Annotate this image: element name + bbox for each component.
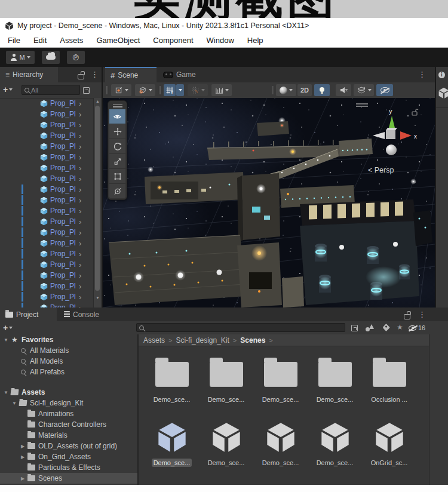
chevron-right-icon[interactable]: › (79, 229, 81, 236)
asset-folder-item[interactable]: Demo_sce... (145, 356, 199, 404)
hierarchy-row[interactable]: Prop_Pl› (0, 119, 102, 130)
menu-edit[interactable]: Edit (27, 36, 53, 45)
project-tree-item-scenes[interactable]: ▶Scenes (0, 473, 137, 484)
favorites-star-icon[interactable]: ★ (397, 324, 403, 331)
project-tree-item-on-grid-assets[interactable]: ▶On_Grid_Assets (0, 451, 137, 462)
scale-tool-button[interactable] (109, 154, 125, 169)
tab-project[interactable]: Project (0, 308, 57, 321)
chevron-right-icon[interactable]: › (79, 282, 81, 290)
tab-scene[interactable]: # Scene (105, 67, 157, 82)
scene-visibility-button[interactable] (376, 84, 393, 96)
project-tree-item-assets[interactable]: ▼Assets (0, 387, 137, 398)
tab-game[interactable]: Game (158, 67, 208, 82)
audio-mute-button[interactable] (336, 84, 351, 96)
asset-folder-item[interactable]: Occlusion ... (362, 356, 416, 404)
menu-help[interactable]: Help (241, 36, 270, 45)
tab-console[interactable]: Console (59, 308, 112, 321)
breadcrumb-scenes[interactable]: Scenes (240, 336, 265, 345)
gizmo-x-label[interactable]: x (414, 133, 417, 140)
hierarchy-row[interactable]: Prop_Pl› (0, 98, 102, 109)
chevron-right-icon[interactable]: › (79, 132, 81, 140)
hierarchy-row[interactable]: Prop_Pl› (0, 162, 102, 173)
open-window-icon[interactable] (351, 325, 358, 331)
tab-inspector[interactable]: In (436, 67, 448, 82)
menu-file[interactable]: File (1, 36, 27, 45)
project-tree-item-character-controllers[interactable]: Character Controllers (0, 419, 137, 430)
hierarchy-row[interactable]: Prop_Pl› (0, 195, 102, 205)
asset-scene-item[interactable]: OnGrid_sc... (362, 422, 416, 467)
tree-arrow-icon[interactable]: ▼ (11, 401, 18, 406)
breadcrumb-assets[interactable]: Assets (143, 336, 165, 345)
hierarchy-row[interactable]: Prop_Pl› (0, 152, 102, 162)
shading-mode-button[interactable] (276, 84, 296, 96)
asset-scene-item[interactable]: Demo_sce... (145, 422, 199, 467)
lock-icon[interactable] (78, 74, 84, 79)
chevron-right-icon[interactable]: › (79, 186, 81, 193)
perspective-label[interactable]: < Persp (368, 166, 394, 174)
project-search-input[interactable] (136, 323, 345, 332)
hierarchy-search-input[interactable]: All (22, 85, 80, 95)
project-tree-item-animations[interactable]: Animations (0, 408, 137, 419)
chevron-right-icon[interactable]: › (79, 239, 81, 247)
hierarchy-row[interactable]: Prop_Pl› (0, 173, 102, 184)
rect-tool-button[interactable] (109, 169, 125, 184)
chevron-right-icon[interactable]: › (79, 207, 81, 215)
hierarchy-row[interactable]: Prop_Pl› (0, 291, 102, 302)
project-tree-item-old-assets-out-of-grid-[interactable]: ▶OLD_Assets (out of grid) (0, 441, 137, 451)
chevron-right-icon[interactable]: › (79, 218, 81, 226)
breadcrumb-scifi-kit[interactable]: Sci-fi_design_Kit (176, 336, 229, 345)
asset-scene-item[interactable]: Demo_sce... (253, 422, 308, 467)
chevron-right-icon[interactable]: › (79, 293, 81, 301)
chevron-right-icon[interactable]: › (79, 110, 81, 118)
hierarchy-row[interactable]: Prop_Pl› (0, 302, 102, 308)
account-button[interactable]: M (6, 51, 35, 64)
chevron-right-icon[interactable]: › (79, 164, 81, 172)
open-window-icon[interactable] (83, 87, 90, 94)
asset-folder-item[interactable]: Demo_sce... (253, 356, 308, 404)
scene-viewport[interactable]: y x < Persp (103, 98, 435, 308)
grid-visibility-dropdown[interactable] (176, 84, 184, 96)
rotate-tool-button[interactable] (109, 139, 125, 154)
kebab-menu-icon[interactable]: ⋮ (418, 70, 426, 78)
hierarchy-row[interactable]: Prop_Pl› (0, 259, 102, 270)
tree-arrow-icon[interactable]: ▶ (19, 454, 26, 460)
chevron-right-icon[interactable]: › (79, 153, 81, 161)
hierarchy-row[interactable]: Prop_Pl› (0, 281, 102, 291)
search-by-label-icon[interactable] (382, 324, 390, 331)
hierarchy-row[interactable]: Prop_Pl› (0, 205, 102, 216)
tool-handle-position-button[interactable] (111, 84, 131, 96)
transform-tool-button[interactable] (109, 184, 125, 198)
asset-scene-item[interactable]: Demo_sce... (308, 422, 362, 467)
plastic-scm-button[interactable]: ℗ (67, 51, 85, 64)
hierarchy-row[interactable]: Prop_Pl› (0, 248, 102, 259)
create-button[interactable]: + (3, 85, 13, 94)
hierarchy-row[interactable]: Prop_Pl› (0, 130, 102, 141)
search-by-type-icon[interactable] (366, 324, 374, 331)
hierarchy-row[interactable]: Prop_Pl› (0, 109, 102, 119)
lock-icon[interactable] (404, 314, 410, 319)
hierarchy-row[interactable]: Prop_Pl› (0, 216, 102, 227)
hierarchy-row[interactable]: Prop_Pl› (0, 270, 102, 281)
kebab-menu-icon[interactable]: ⋮ (418, 310, 426, 318)
overlay-drag-handle[interactable] (109, 102, 125, 109)
tree-arrow-icon[interactable]: ▶ (19, 476, 26, 481)
hierarchy-row[interactable]: Prop_Pl› (0, 141, 102, 152)
cloud-button[interactable] (42, 51, 60, 64)
lighting-toggle-button[interactable] (314, 84, 330, 96)
menu-assets[interactable]: Assets (53, 36, 90, 45)
content-scrollbar-track[interactable] (429, 334, 448, 485)
chevron-right-icon[interactable]: › (79, 143, 81, 150)
grid-visibility-button[interactable]: Y (164, 84, 176, 96)
chevron-right-icon[interactable]: › (79, 272, 81, 279)
chevron-right-icon[interactable]: › (79, 196, 81, 204)
move-tool-button[interactable] (109, 124, 125, 139)
create-asset-button[interactable]: + (3, 324, 13, 332)
project-tree-item-sci-fi-design-kit[interactable]: ▼Sci-fi_design_Kit (0, 398, 137, 408)
snap-settings-button[interactable] (211, 84, 232, 96)
2d-toggle-button[interactable]: 2D (297, 84, 312, 96)
project-tree-item-all-models[interactable]: All Models (0, 356, 137, 367)
project-tree-item-all-materials[interactable]: All Materials (0, 345, 137, 356)
tab-hierarchy[interactable]: ≡ Hierarchy (0, 67, 58, 82)
chevron-right-icon[interactable]: › (79, 100, 81, 107)
kebab-menu-icon[interactable]: ⋮ (91, 70, 99, 78)
